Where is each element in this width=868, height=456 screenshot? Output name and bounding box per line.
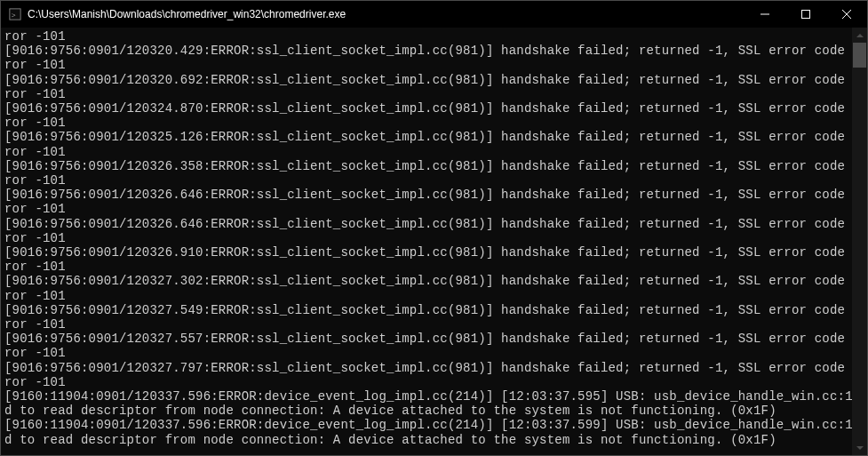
svg-text:>: > <box>12 11 16 20</box>
scrollbar-thumb[interactable] <box>853 43 866 68</box>
scroll-down-button[interactable] <box>852 440 867 455</box>
maximize-button[interactable] <box>785 1 826 28</box>
minimize-button[interactable] <box>745 1 785 28</box>
scrollbar-track[interactable] <box>852 43 867 440</box>
app-icon: > <box>8 7 22 21</box>
window-controls <box>745 1 867 28</box>
scroll-up-button[interactable] <box>852 28 867 43</box>
vertical-scrollbar[interactable] <box>852 28 867 455</box>
titlebar[interactable]: > C:\Users\Manish\Downloads\chromedriver… <box>1 1 867 28</box>
terminal-output[interactable]: ror -101 [9016:9756:0901/120320.429:ERRO… <box>1 28 852 455</box>
console-window: > C:\Users\Manish\Downloads\chromedriver… <box>0 0 868 456</box>
close-icon <box>842 10 851 19</box>
svg-rect-3 <box>802 11 810 19</box>
terminal-area: ror -101 [9016:9756:0901/120320.429:ERRO… <box>1 28 867 455</box>
close-button[interactable] <box>826 1 867 28</box>
window-title: C:\Users\Manish\Downloads\chromedriver_w… <box>28 8 745 20</box>
chevron-down-icon <box>856 444 864 452</box>
maximize-icon <box>801 10 810 19</box>
minimize-icon <box>760 10 769 19</box>
chevron-up-icon <box>856 32 864 39</box>
